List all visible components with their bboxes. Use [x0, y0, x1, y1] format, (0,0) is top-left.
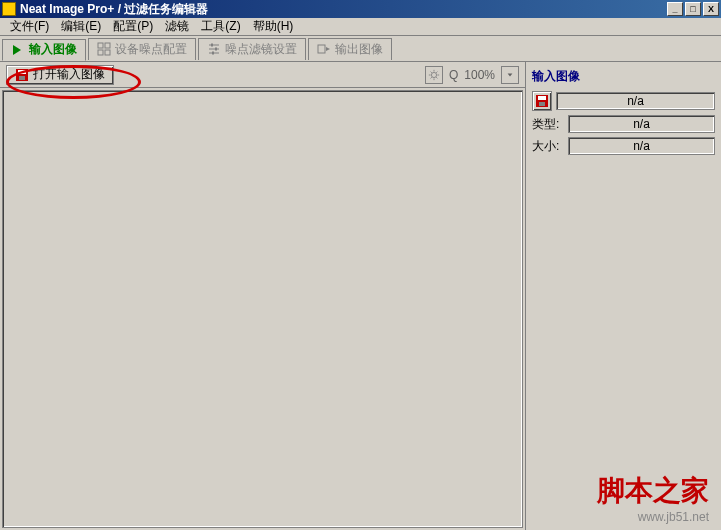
svg-rect-17	[539, 102, 545, 106]
tab-input-image[interactable]: 输入图像	[2, 39, 86, 61]
settings-gear-icon[interactable]	[425, 66, 443, 84]
svg-rect-0	[98, 43, 103, 48]
panel-row-type: 类型: n/a	[532, 115, 715, 133]
menu-config[interactable]: 配置(P)	[107, 17, 159, 36]
arrow-right-icon	[317, 42, 331, 56]
button-label: 打开输入图像	[33, 66, 105, 83]
menu-tools[interactable]: 工具(Z)	[195, 17, 246, 36]
sliders-icon	[207, 42, 221, 56]
tab-label: 输出图像	[335, 41, 383, 58]
tab-device-noise[interactable]: 设备噪点配置	[88, 38, 196, 60]
svg-rect-9	[212, 52, 214, 55]
tab-label: 设备噪点配置	[115, 41, 187, 58]
floppy-disk-icon	[535, 94, 549, 108]
maximize-button[interactable]: □	[685, 2, 701, 16]
menu-edit[interactable]: 编辑(E)	[55, 17, 107, 36]
tab-output-image[interactable]: 输出图像	[308, 38, 392, 60]
minimize-button[interactable]: _	[667, 2, 683, 16]
image-canvas[interactable]	[2, 90, 523, 528]
svg-rect-12	[18, 70, 26, 74]
svg-rect-8	[215, 48, 217, 51]
menubar: 文件(F) 编辑(E) 配置(P) 滤镜 工具(Z) 帮助(H)	[0, 18, 721, 36]
arrow-right-green-icon	[11, 43, 25, 57]
svg-rect-13	[19, 76, 25, 80]
tabbar: 输入图像 设备噪点配置 噪点滤镜设置 输出图像	[0, 36, 721, 62]
floppy-disk-icon	[15, 68, 29, 82]
zoom-dropdown-button[interactable]	[501, 66, 519, 84]
window-controls: _ □ X	[667, 2, 719, 16]
svg-rect-16	[538, 96, 546, 100]
zoom-controls: Q 100%	[425, 66, 519, 84]
panel-row-file: n/a	[532, 91, 715, 111]
svg-point-14	[431, 72, 436, 77]
panel-title: 输入图像	[532, 68, 715, 85]
open-input-image-button[interactable]: 打开输入图像	[6, 65, 114, 85]
type-value: n/a	[568, 115, 715, 133]
grid-icon	[97, 42, 111, 56]
menu-filter[interactable]: 滤镜	[159, 17, 195, 36]
main-area: 打开输入图像 Q 100%	[0, 62, 526, 530]
panel-row-size: 大小: n/a	[532, 137, 715, 155]
tab-noise-filter[interactable]: 噪点滤镜设置	[198, 38, 306, 60]
size-label: 大小:	[532, 138, 568, 155]
tab-label: 噪点滤镜设置	[225, 41, 297, 58]
window-title: Neat Image Pro+ / 过滤任务编辑器	[20, 1, 667, 18]
menu-file[interactable]: 文件(F)	[4, 17, 55, 36]
svg-rect-1	[105, 43, 110, 48]
filename-value: n/a	[556, 92, 715, 110]
app-icon	[2, 2, 16, 16]
size-value: n/a	[568, 137, 715, 155]
type-label: 类型:	[532, 116, 568, 133]
tab-label: 输入图像	[29, 41, 77, 58]
svg-rect-10	[318, 45, 325, 53]
close-button[interactable]: X	[703, 2, 719, 16]
side-panel: 输入图像 n/a 类型: n/a 大小: n/a	[526, 62, 721, 530]
svg-rect-3	[105, 50, 110, 55]
secondary-toolbar: 打开输入图像 Q 100%	[0, 62, 525, 88]
open-file-button[interactable]	[532, 91, 552, 111]
content-area: 打开输入图像 Q 100% 输入图像 n/a 类型: n	[0, 62, 721, 530]
magnifier-icon: Q	[449, 68, 458, 82]
svg-rect-7	[211, 44, 213, 47]
titlebar: Neat Image Pro+ / 过滤任务编辑器 _ □ X	[0, 0, 721, 18]
menu-help[interactable]: 帮助(H)	[247, 17, 300, 36]
svg-rect-2	[98, 50, 103, 55]
zoom-level: 100%	[464, 68, 495, 82]
